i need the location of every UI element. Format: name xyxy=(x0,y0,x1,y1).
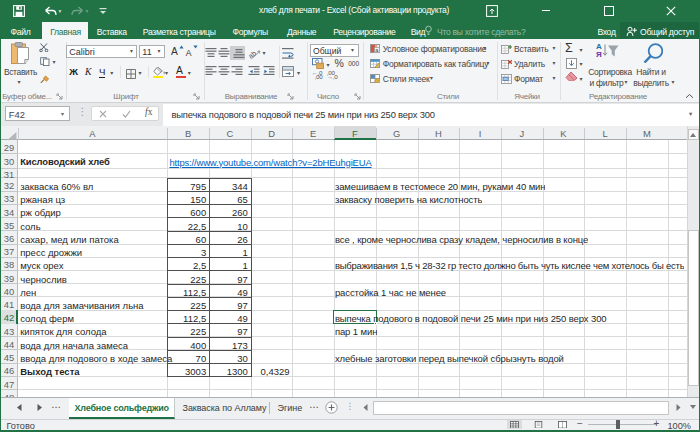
svg-text:Я: Я xyxy=(596,50,602,58)
